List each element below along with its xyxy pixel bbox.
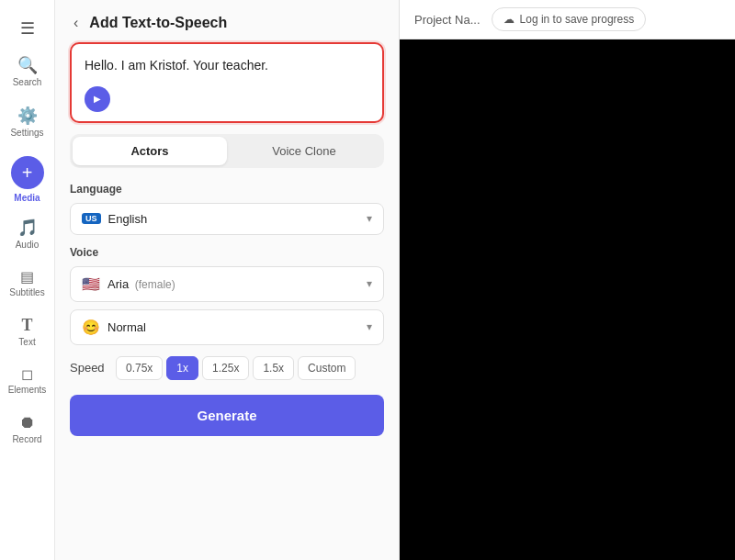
subtitles-icon: ▤ (20, 268, 34, 286)
generate-button[interactable]: Generate (70, 395, 384, 436)
speed-1.5x-button[interactable]: 1.5x (253, 356, 294, 380)
voice-label: Voice (70, 246, 384, 259)
normal-emoji-icon: 😊 (82, 319, 100, 336)
voice-style-dropdown[interactable]: 😊 Normal ▾ (70, 309, 384, 345)
elements-icon: ◻ (21, 365, 33, 383)
aria-chevron-icon: ▾ (367, 277, 372, 290)
main-content: Project Na... ☁ Log in to save progress (400, 0, 735, 560)
voice-aria-dropdown[interactable]: 🇺🇸 Aria (female) ▾ (70, 266, 384, 302)
play-icon: ▶ (94, 94, 101, 104)
canvas-area (400, 39, 735, 560)
sidebar-item-subtitles-label: Subtitles (9, 287, 44, 297)
top-bar: Project Na... ☁ Log in to save progress (400, 0, 735, 39)
search-icon: 🔍 (17, 55, 38, 75)
panel-header: ‹ Add Text-to-Speech (55, 0, 399, 42)
sidebar-item-search[interactable]: 🔍 Search (2, 48, 53, 95)
sidebar-item-elements-label: Elements (8, 385, 47, 395)
normal-style-text: Normal (107, 320, 359, 334)
settings-icon: ⚙️ (17, 106, 38, 126)
language-dropdown[interactable]: US English ▾ (70, 203, 384, 235)
sidebar-item-media-label: Media (14, 193, 40, 203)
language-label: Language (70, 183, 384, 196)
sidebar: ☰ 🔍 Search ⚙️ Settings + Media 🎵 Audio ▤… (0, 0, 55, 560)
sidebar-item-record[interactable]: ⏺ Record (2, 406, 53, 452)
sidebar-item-record-label: Record (12, 434, 41, 444)
hamburger-icon[interactable]: ☰ (20, 9, 35, 44)
speed-custom-button[interactable]: Custom (298, 356, 356, 380)
aria-sub: (female) (135, 278, 175, 291)
sidebar-item-text[interactable]: T Text (2, 308, 53, 354)
record-icon: ⏺ (19, 413, 36, 432)
sidebar-item-audio[interactable]: 🎵 Audio (2, 210, 53, 257)
sidebar-item-media-btn[interactable]: + (11, 156, 44, 189)
back-button[interactable]: ‹ (70, 13, 82, 33)
sidebar-item-elements[interactable]: ◻ Elements (2, 358, 53, 402)
sidebar-item-settings-label: Settings (10, 128, 43, 138)
language-section: Language US English ▾ (70, 183, 384, 235)
tts-text-content: Hello. I am Kristof. Your teacher. (85, 57, 369, 75)
save-progress-label: Log in to save progress (520, 13, 635, 26)
sidebar-item-search-label: Search (13, 77, 42, 87)
sidebar-item-subtitles[interactable]: ▤ Subtitles (2, 261, 53, 305)
language-chevron-icon: ▾ (367, 212, 372, 225)
sidebar-item-settings[interactable]: ⚙️ Settings (2, 98, 53, 145)
normal-chevron-icon: ▾ (367, 320, 372, 333)
text-icon: T (21, 316, 32, 335)
aria-flag-icon: 🇺🇸 (82, 275, 100, 293)
tts-panel: ‹ Add Text-to-Speech Hello. I am Kristof… (55, 0, 400, 560)
speed-options: 0.75x 1x 1.25x 1.5x Custom (116, 356, 356, 380)
us-flag-badge: US (82, 213, 101, 224)
audio-icon: 🎵 (17, 218, 38, 238)
speed-1x-button[interactable]: 1x (166, 356, 198, 380)
speed-0.75x-button[interactable]: 0.75x (116, 356, 163, 380)
speed-1.25x-button[interactable]: 1.25x (202, 356, 249, 380)
aria-voice-text: Aria (female) (107, 277, 359, 291)
tts-text-box: Hello. I am Kristof. Your teacher. ▶ (70, 42, 384, 123)
play-button[interactable]: ▶ (85, 86, 110, 112)
cloud-icon: ☁ (503, 13, 514, 26)
tab-voice-clone[interactable]: Voice Clone (227, 137, 381, 165)
tabs-container: Actors Voice Clone (70, 134, 384, 168)
speed-label: Speed (70, 361, 108, 375)
plus-icon: + (22, 162, 33, 184)
panel-title: Add Text-to-Speech (89, 15, 227, 31)
voice-section: Voice 🇺🇸 Aria (female) ▾ 😊 Normal ▾ (70, 246, 384, 345)
tab-actors[interactable]: Actors (73, 137, 227, 165)
sidebar-item-audio-label: Audio (16, 240, 40, 250)
aria-name: Aria (107, 277, 129, 291)
language-text: English (108, 212, 359, 226)
speed-section: Speed 0.75x 1x 1.25x 1.5x Custom (70, 356, 384, 380)
sidebar-item-text-label: Text (18, 337, 35, 347)
media-wrapper: + Media (11, 152, 44, 203)
save-progress-button[interactable]: ☁ Log in to save progress (492, 7, 647, 31)
project-name: Project Na... (414, 13, 481, 27)
